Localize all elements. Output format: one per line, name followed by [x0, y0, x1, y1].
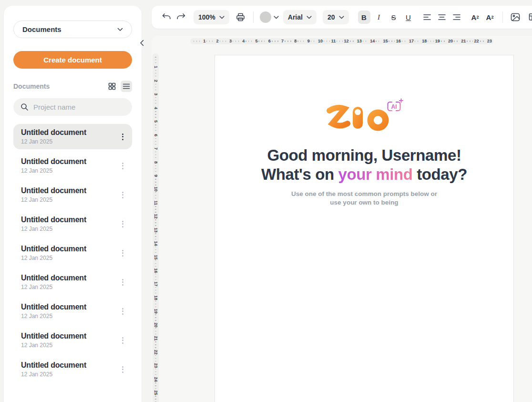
ruler-ticks	[428, 41, 433, 42]
ruler-number: 22	[153, 350, 158, 354]
document-info: Untitled document 12 Jan 2025	[21, 332, 118, 349]
document-page[interactable]: AI Good morning, Username! What's on you…	[215, 55, 514, 402]
list-view-button[interactable]	[121, 81, 132, 92]
document-options-kebab-icon[interactable]	[118, 160, 127, 172]
document-title: Untitled document	[21, 303, 118, 311]
document-options-kebab-icon[interactable]	[118, 364, 127, 375]
documents-list-label: Documents	[13, 82, 50, 90]
ruler-unit: 15	[153, 246, 158, 259]
document-options-kebab-icon[interactable]	[118, 131, 127, 143]
ruler-ticks	[376, 41, 381, 42]
ruler-number: 11	[153, 201, 158, 206]
ruler-ticks	[155, 274, 156, 280]
document-list-item[interactable]: Untitled document 12 Jan 2025	[13, 299, 132, 324]
document-list-item[interactable]: Untitled document 12 Jan 2025	[13, 240, 132, 266]
document-info: Untitled document 12 Jan 2025	[21, 274, 118, 290]
redo-button[interactable]	[175, 10, 187, 24]
text-color-select[interactable]	[260, 11, 279, 23]
zoom-select[interactable]: 100%	[194, 10, 229, 24]
toolbar-divider	[502, 11, 503, 23]
grid-view-button[interactable]	[106, 81, 118, 92]
ruler-unit: 25	[153, 381, 158, 395]
italic-button[interactable]: I	[373, 10, 385, 24]
ruler-number: 13	[153, 227, 158, 232]
create-document-button[interactable]: Create document	[13, 51, 132, 69]
ruler-unit: 8	[154, 151, 157, 164]
ruler-number: 16	[396, 39, 401, 43]
document-list-item[interactable]: Untitled document 12 Jan 2025	[13, 124, 132, 149]
document-options-kebab-icon[interactable]	[118, 306, 127, 317]
ruler-unit: 7	[271, 39, 284, 43]
undo-button[interactable]	[160, 10, 173, 24]
document-date: 12 Jan 2025	[21, 255, 118, 261]
ruler-number: 8	[153, 161, 158, 163]
ruler-ticks	[389, 41, 394, 42]
ruler-ticks	[155, 179, 156, 186]
ruler-ticks	[155, 341, 156, 348]
document-title: Untitled document	[21, 361, 118, 370]
logo-letter-i	[353, 107, 363, 129]
ruler-unit: 23	[479, 39, 492, 43]
horizontal-ruler[interactable]: 1 2 3 4 5 6 7 8 9 10	[190, 38, 493, 44]
ruler-number: 3	[153, 93, 158, 95]
document-list-item[interactable]: Untitled document 12 Jan 2025	[13, 269, 132, 295]
color-swatch-icon	[260, 11, 271, 23]
ruler-ticks	[155, 328, 156, 335]
ruler-ticks	[467, 41, 472, 42]
chevron-down-icon	[117, 28, 123, 31]
bold-button[interactable]: B	[358, 10, 370, 24]
insert-image-button[interactable]	[509, 10, 522, 24]
align-center-button[interactable]	[436, 10, 448, 24]
ruler-ticks	[246, 41, 254, 42]
document-options-kebab-icon[interactable]	[118, 247, 127, 259]
vertical-ruler[interactable]: 1 2 3 4 5 6 7 8 9 10	[153, 53, 159, 402]
ruler-ticks	[220, 41, 228, 42]
document-title: Untitled document	[21, 128, 118, 137]
editor-toolbar: 100% Arial 20 B I S U A2	[152, 6, 532, 29]
document-list-item[interactable]: Untitled document 12 Jan 2025	[13, 357, 132, 382]
document-options-kebab-icon[interactable]	[118, 189, 127, 201]
search-input[interactable]	[33, 103, 128, 111]
print-button[interactable]	[235, 10, 247, 24]
document-list-item[interactable]: Untitled document 12 Jan 2025	[13, 211, 132, 237]
sidebar-collapse-button[interactable]	[137, 38, 146, 48]
document-type-select[interactable]: Documents	[13, 21, 132, 38]
document-options-kebab-icon[interactable]	[118, 218, 127, 230]
align-left-button[interactable]	[421, 10, 433, 24]
ruler-ticks	[155, 206, 156, 213]
align-right-button[interactable]	[450, 10, 463, 24]
ruler-number: 7	[153, 147, 158, 150]
document-list-item[interactable]: Untitled document 12 Jan 2025	[13, 153, 132, 178]
document-title: Untitled document	[21, 332, 118, 340]
ruler-unit: 5	[154, 110, 157, 124]
document-title: Untitled document	[21, 245, 118, 253]
document-options-kebab-icon[interactable]	[118, 277, 127, 288]
greeting-line2-after: today?	[412, 165, 467, 183]
ruler-unit: 21	[153, 327, 158, 340]
document-list-item[interactable]: Untitled document 12 Jan 2025	[13, 328, 132, 353]
ruler-unit: 11	[323, 39, 336, 43]
chevron-down-icon	[219, 16, 225, 19]
ruler-unit: 2	[205, 39, 218, 43]
ruler-unit: 3	[219, 39, 232, 43]
ruler-number: 19	[435, 39, 440, 43]
ruler-number: 13	[357, 39, 362, 43]
document-date: 12 Jan 2025	[21, 138, 118, 145]
subscript-button[interactable]: A2	[484, 10, 496, 24]
font-family-select[interactable]: Arial	[283, 10, 317, 24]
font-size-select[interactable]: 20	[323, 10, 349, 24]
ruler-number: 17	[153, 282, 158, 287]
chevron-down-icon	[274, 16, 279, 19]
ruler-unit: 20	[153, 313, 158, 327]
document-list-item[interactable]: Untitled document 12 Jan 2025	[13, 182, 132, 207]
superscript-button[interactable]: A2	[469, 10, 481, 24]
ruler-ticks	[194, 41, 202, 42]
insert-table-button[interactable]	[528, 10, 532, 24]
document-options-kebab-icon[interactable]	[118, 335, 127, 346]
ruler-ticks	[155, 233, 156, 240]
ruler-number: 24	[153, 377, 158, 381]
document-search[interactable]	[13, 98, 132, 116]
underline-button[interactable]: U	[402, 10, 415, 24]
ruler-ticks	[285, 41, 293, 42]
strikethrough-button[interactable]: S	[388, 10, 400, 24]
